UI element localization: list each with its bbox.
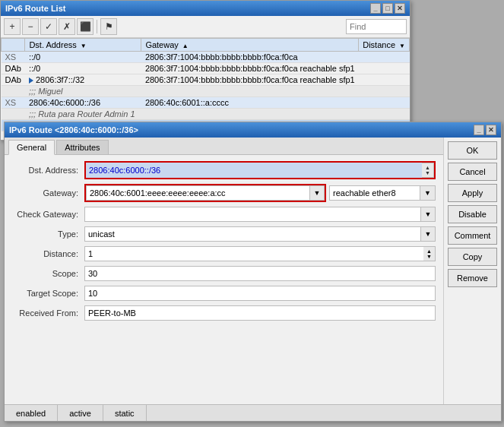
dst-scroll-btn[interactable]: ▲ ▼ — [422, 163, 434, 178]
check-gateway-row: Check Gateway: ▼ — [12, 207, 436, 222]
type-row: Type: ▼ — [12, 226, 436, 242]
route-table-container[interactable]: Dst. Address ▼ Gateway ▲ Distance ▼ XS :… — [1, 38, 410, 133]
ok-button[interactable]: OK — [448, 141, 497, 160]
detail-content: General Attributes Dst. Address: ▲ ▼ — [5, 138, 501, 421]
table-row[interactable]: DAb ::/0 2806:3f7:1004:bbbb:bbbb:bbbb:f0… — [2, 63, 410, 74]
tab-attributes[interactable]: Attributes — [56, 140, 108, 154]
maximize-button[interactable]: □ — [382, 3, 393, 14]
distance-label: Distance: — [12, 249, 84, 258]
status-active: active — [58, 405, 103, 421]
minimize-button[interactable]: _ — [370, 3, 381, 14]
gateway-dropdown-btn[interactable]: ▼ — [309, 185, 325, 201]
target-scope-input[interactable] — [84, 286, 436, 301]
row-dst: ::/0 — [25, 63, 141, 74]
row-dst: ::/0 — [25, 52, 141, 63]
add-button[interactable]: + — [4, 18, 21, 35]
detail-minimize-button[interactable]: _ — [474, 125, 484, 135]
disable-button[interactable]: ✗ — [59, 18, 75, 35]
tab-bar: General Attributes — [5, 138, 443, 155]
detail-window-titlebar: IPv6 Route <2806:40c:6000::/36> _ ✕ — [5, 122, 501, 138]
detail-window-controls: _ ✕ — [474, 125, 496, 135]
section-flag — [2, 109, 25, 120]
section-label: ;;; Miguel — [25, 86, 410, 97]
cancel-button[interactable]: Cancel — [448, 163, 497, 181]
distance-scroll-btn[interactable]: ▲ ▼ — [423, 246, 436, 261]
row-gw: 2806:3f7:1004:bbbb:bbbb:bbbb:f0ca:f0ca r… — [141, 63, 359, 74]
dst-address-label: Dst. Address: — [12, 166, 84, 175]
dst-address-row: Dst. Address: ▲ ▼ — [12, 161, 436, 179]
reachable-dropdown-btn[interactable]: ▼ — [420, 185, 436, 201]
received-from-label: Received From: — [12, 308, 84, 318]
target-scope-label: Target Scope: — [12, 289, 84, 298]
type-dropdown-btn[interactable]: ▼ — [420, 226, 436, 242]
section-flag — [2, 86, 25, 97]
distance-input[interactable] — [84, 246, 423, 261]
search-input[interactable] — [346, 19, 407, 34]
form-area: Dst. Address: ▲ ▼ Gateway: — [5, 155, 443, 331]
type-label: Type: — [12, 229, 84, 239]
section-row: ;;; Miguel — [2, 86, 410, 97]
row-flag: DAb — [2, 74, 25, 86]
detail-sidebar: OK Cancel Apply Disable Comment Copy Rem… — [444, 138, 501, 421]
copy-button[interactable]: ⬛ — [77, 18, 94, 35]
status-type: static — [103, 405, 147, 421]
gateway-row: Gateway: ▼ ▼ — [12, 184, 436, 202]
distance-row: Distance: ▲ ▼ — [12, 246, 436, 261]
route-detail-window: IPv6 Route <2806:40c:6000::/36> _ ✕ Gene… — [4, 122, 502, 422]
list-window-titlebar: IPv6 Route List _ □ ✕ — [1, 1, 410, 16]
received-from-input[interactable] — [84, 305, 436, 321]
close-button[interactable]: ✕ — [395, 3, 405, 14]
reachable-input[interactable] — [329, 185, 420, 201]
target-scope-row: Target Scope: — [12, 286, 436, 301]
col-dist-header[interactable]: Distance ▼ — [359, 39, 410, 52]
row-dst: 2806:40c:6000::/36 — [25, 97, 141, 109]
check-gateway-dropdown-btn[interactable]: ▼ — [420, 207, 436, 222]
detail-main: General Attributes Dst. Address: ▲ ▼ — [5, 138, 444, 421]
row-dist — [359, 63, 410, 74]
row-flag: XS — [2, 97, 25, 109]
table-row[interactable]: XS ::/0 2806:3f7:1004:bbbb:bbbb:bbbb:f0c… — [2, 52, 410, 63]
route-table: Dst. Address ▼ Gateway ▲ Distance ▼ XS :… — [1, 38, 410, 131]
col-gw-header[interactable]: Gateway ▲ — [141, 39, 359, 52]
row-dist — [359, 52, 410, 63]
comment-button[interactable]: Comment — [448, 226, 497, 245]
section-label: ;;; Ruta para Router Admin 1 — [25, 109, 410, 120]
row-gw: 2806:40c:6001::a:cccc — [141, 97, 359, 109]
filter-button[interactable]: ⚑ — [100, 18, 117, 35]
enable-button[interactable]: ✓ — [40, 18, 57, 35]
disable-button[interactable]: Disable — [448, 205, 497, 223]
remove-button[interactable]: Remove — [448, 269, 497, 287]
copy-button[interactable]: Copy — [448, 248, 497, 266]
table-row[interactable]: DAb 2806:3f7::/32 2806:3f7:1004:bbbb:bbb… — [2, 74, 410, 86]
remove-button[interactable]: − — [22, 18, 39, 35]
status-bar: enabled active static — [5, 404, 444, 421]
detail-close-button[interactable]: ✕ — [486, 125, 496, 135]
scope-label: Scope: — [12, 269, 84, 278]
status-enabled: enabled — [5, 405, 58, 421]
row-dist — [359, 97, 410, 109]
scope-input[interactable] — [84, 266, 436, 281]
row-flag: DAb — [2, 63, 25, 74]
list-toolbar: + − ✓ ✗ ⬛ ⚑ — [1, 16, 410, 38]
check-gateway-input[interactable] — [84, 207, 420, 222]
toolbar-separator — [97, 20, 97, 33]
received-from-row: Received From: — [12, 305, 436, 321]
table-row[interactable]: XS 2806:40c:6000::/36 2806:40c:6001::a:c… — [2, 97, 410, 109]
gateway-input[interactable] — [86, 185, 309, 201]
row-flag: XS — [2, 52, 25, 63]
list-window-controls: _ □ ✕ — [370, 3, 405, 14]
gateway-label: Gateway: — [12, 188, 84, 198]
scope-row: Scope: — [12, 266, 436, 281]
list-window-title: IPv6 Route List — [5, 4, 65, 13]
section-row: ;;; Ruta para Router Admin 1 — [2, 109, 410, 120]
tab-general[interactable]: General — [8, 140, 55, 155]
detail-window-title: IPv6 Route <2806:40c:6000::/36> — [9, 125, 138, 134]
apply-button[interactable]: Apply — [448, 184, 497, 202]
dst-address-input[interactable] — [86, 163, 422, 178]
row-dist — [359, 74, 410, 86]
row-gw: 2806:3f7:1004:bbbb:bbbb:bbbb:f0ca:f0ca r… — [141, 74, 359, 86]
col-dst-header[interactable]: Dst. Address ▼ — [25, 39, 141, 52]
type-input[interactable] — [84, 226, 420, 242]
row-gw: 2806:3f7:1004:bbbb:bbbb:bbbb:f0ca:f0ca — [141, 52, 359, 63]
check-gateway-label: Check Gateway: — [12, 210, 84, 219]
